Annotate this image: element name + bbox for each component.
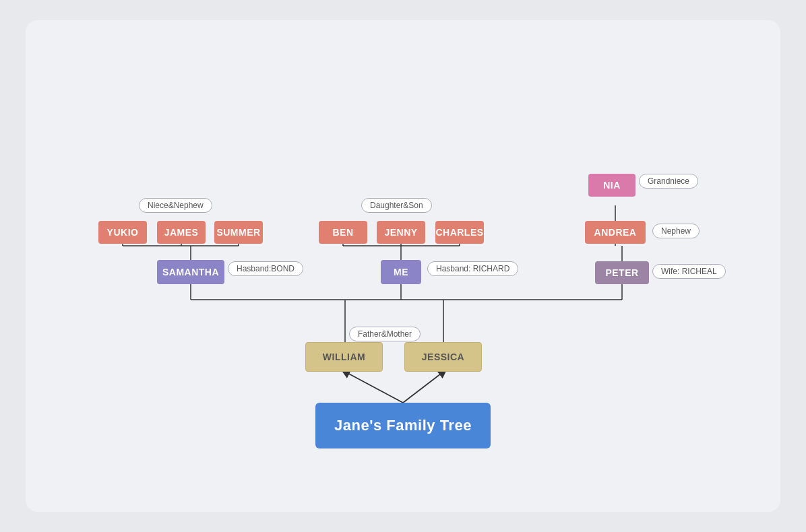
wife-richeal-label: Wife: RICHEAL [652,264,726,279]
daughter-son-label: Daughter&Son [361,198,432,213]
niece-nephew-label: Niece&Nephew [139,198,212,213]
james-node[interactable]: JAMES [157,221,206,244]
summer-node[interactable]: SUMMER [214,221,263,244]
jessica-node[interactable]: JESSICA [404,342,482,372]
jenny-node[interactable]: JENNY [377,221,425,244]
husband-richard-label: Hasband: RICHARD [427,261,518,276]
ben-node[interactable]: BEN [319,221,367,244]
peter-node[interactable]: PETER [595,261,649,284]
svg-line-0 [345,372,403,403]
nia-node[interactable]: NIA [588,174,636,197]
yukio-node[interactable]: YUKIO [98,221,147,244]
william-node[interactable]: WILLIAM [305,342,383,372]
jane-node[interactable]: Jane's Family Tree [315,403,491,448]
me-node[interactable]: ME [381,260,421,284]
canvas: Jane's Family Tree Father&Mother WILLIAM… [26,20,780,512]
svg-line-1 [403,372,443,403]
husband-bond-label: Hasband:BOND [228,261,303,276]
nephew-label: Nephew [652,224,700,238]
samantha-node[interactable]: SAMANTHA [157,260,224,284]
father-mother-label: Father&Mother [349,327,421,341]
andrea-node[interactable]: ANDREA [585,221,646,244]
charles-node[interactable]: CHARLES [435,221,484,244]
grandniece-label: Grandniece [639,174,698,189]
